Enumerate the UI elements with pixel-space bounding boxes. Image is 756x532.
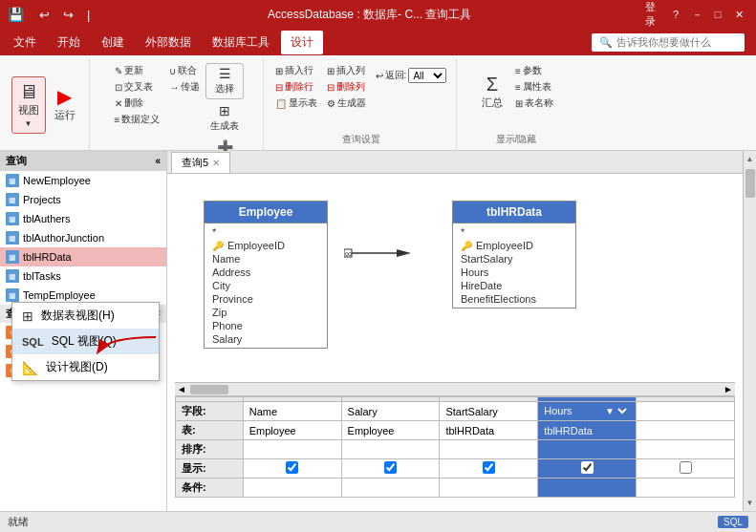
return-select[interactable]: All [408, 68, 446, 83]
grid-sort-2[interactable] [341, 440, 440, 459]
employee-field-Address[interactable]: Address [205, 266, 327, 279]
search-box[interactable]: 🔍 [592, 33, 745, 52]
union-button[interactable]: ∪联合 [165, 63, 204, 78]
grid-table-3[interactable]: tblHRData [440, 421, 538, 440]
menu-file[interactable]: 文件 [4, 31, 46, 54]
h-scrollbar[interactable]: ◄ ► [175, 382, 735, 395]
grid-sort-1[interactable] [243, 440, 341, 459]
search-input[interactable] [616, 36, 741, 48]
datadef-button[interactable]: ≡数据定义 [111, 112, 164, 127]
menu-create[interactable]: 创建 [92, 31, 134, 54]
generator-button[interactable]: ⚙生成器 [323, 96, 370, 111]
grid-show-1[interactable] [243, 459, 341, 479]
sql-view-item[interactable]: SQL SQL 视图(Q) [12, 329, 159, 354]
grid-condition-2[interactable] [341, 479, 440, 498]
datasheet-view-item[interactable]: ⊞ 数据表视图(H) [12, 303, 159, 329]
select-button[interactable]: ☰ 选择 [205, 63, 244, 99]
grid-field-2[interactable]: Salary [341, 402, 440, 421]
grid-condition-4[interactable] [538, 479, 637, 498]
delete-button[interactable]: ✕删除 [111, 96, 164, 111]
sidebar-collapse-button[interactable]: « [155, 156, 161, 166]
grid-table-4[interactable]: tblHRData [538, 421, 637, 440]
menu-external[interactable]: 外部数据 [136, 31, 201, 54]
grid-table-2[interactable]: Employee [341, 421, 440, 440]
tblHRData-field-HireDate[interactable]: HireDate [453, 279, 575, 292]
minimize-button[interactable]: － [687, 5, 706, 24]
employee-field-Salary[interactable]: Salary [205, 332, 327, 346]
show-checkbox-2[interactable] [384, 461, 397, 474]
grid-show-3[interactable] [440, 459, 538, 479]
showtable-button[interactable]: 📋显示表 [271, 96, 321, 111]
scroll-left-btn[interactable]: ◄ [177, 384, 186, 394]
maximize-button[interactable]: □ [708, 5, 727, 24]
show-checkbox-5[interactable] [680, 461, 692, 474]
tab-query5[interactable]: 查询5 ✕ [171, 152, 230, 173]
menu-dbtools[interactable]: 数据库工具 [203, 31, 279, 54]
grid-sort-4[interactable] [538, 440, 637, 459]
grid-show-2[interactable] [341, 459, 440, 479]
employee-field-City[interactable]: City [205, 279, 327, 292]
tblHRData-table[interactable]: tblHRData * 🔑EmployeeID StartSalary Hour… [452, 201, 576, 309]
grid-field-1[interactable]: Name [243, 402, 341, 421]
login-button[interactable]: 登录 [645, 5, 664, 24]
passthrough-button[interactable]: →传递 [165, 79, 204, 95]
employee-field-EmployeeID[interactable]: 🔑EmployeeID [205, 239, 327, 252]
grid-table-1[interactable]: Employee [243, 421, 341, 440]
help-button[interactable]: ? [666, 5, 685, 24]
design-view-item[interactable]: 📐 设计视图(D) [12, 354, 159, 380]
show-checkbox-1[interactable] [286, 461, 298, 474]
menu-design[interactable]: 设计 [281, 31, 323, 54]
view-button[interactable]: 🖥 视图 ▼ [11, 76, 46, 134]
property-button[interactable]: ≡属性表 [511, 79, 557, 95]
h-scroll-thumb[interactable] [190, 385, 228, 394]
tblHRData-field-StartSalary[interactable]: StartSalary [453, 252, 575, 266]
sidebar-item-Projects[interactable]: ▦ Projects [0, 190, 166, 209]
tblHRData-field-Hours[interactable]: Hours [453, 266, 575, 279]
grid-show-5[interactable] [637, 459, 735, 479]
insertcol-button[interactable]: ⊞插入列 [323, 63, 370, 78]
crossjoin-button[interactable]: ⊡交叉表 [111, 79, 164, 95]
sidebar-item-tblHRData[interactable]: ▦ tblHRData [0, 247, 166, 266]
employee-field-Phone[interactable]: Phone [205, 319, 327, 332]
sidebar-item-tblTasks[interactable]: ▦ tblTasks [0, 266, 166, 286]
grid-field-3[interactable]: StartSalary [440, 402, 538, 421]
grid-sort-5[interactable] [637, 440, 735, 459]
grid-field-4[interactable]: Hours ▼ [538, 402, 637, 421]
sidebar-item-NewEmployee[interactable]: ▦ NewEmployee [0, 171, 166, 190]
hours-dropdown[interactable]: ▼ [601, 405, 630, 417]
tblHRData-field-star[interactable]: * [453, 225, 575, 239]
show-checkbox-3[interactable] [483, 461, 495, 474]
redo-button[interactable]: ↪ [59, 6, 77, 24]
v-scroll-thumb[interactable] [745, 169, 755, 198]
employee-field-Name[interactable]: Name [205, 252, 327, 266]
employee-table[interactable]: Employee * 🔑EmployeeID Name Address City… [204, 201, 328, 349]
tab-close-icon[interactable]: ✕ [212, 158, 220, 168]
undo-button[interactable]: ↩ [35, 6, 54, 24]
sidebar-item-tblAuthorJunction[interactable]: ▦ tblAuthorJunction [0, 228, 166, 247]
sidebar-item-tblAuthers[interactable]: ▦ tblAuthers [0, 209, 166, 228]
update-button[interactable]: ✎更新 [111, 63, 164, 78]
grid-condition-1[interactable] [243, 479, 341, 498]
v-scrollbar[interactable]: ▲ ▼ [743, 151, 756, 511]
grid-show-4[interactable] [538, 459, 637, 479]
maketable-button[interactable]: ⊞ 生成表 [205, 101, 244, 136]
tablenames-button[interactable]: ⊞表名称 [511, 96, 557, 111]
return-button[interactable]: ↩ 返回: All [372, 67, 451, 84]
employee-field-Province[interactable]: Province [205, 292, 327, 306]
employee-field-Zip[interactable]: Zip [205, 306, 327, 319]
params-button[interactable]: ≡参数 [511, 63, 557, 78]
run-button[interactable]: ▶ 运行 [48, 76, 82, 134]
menu-start[interactable]: 开始 [48, 31, 90, 54]
grid-field-5[interactable] [637, 402, 735, 421]
insertrow-button[interactable]: ⊞插入行 [271, 63, 321, 78]
grid-condition-5[interactable] [637, 479, 735, 498]
deletecol-button[interactable]: ⊟删除列 [323, 79, 370, 95]
tblHRData-field-EmployeeID[interactable]: 🔑EmployeeID [453, 239, 575, 252]
employee-field-star[interactable]: * [205, 225, 327, 239]
close-button[interactable]: ✕ [729, 5, 748, 24]
grid-condition-3[interactable] [440, 479, 538, 498]
scroll-right-btn[interactable]: ► [724, 384, 733, 394]
tblHRData-field-BenefitElections[interactable]: BenefitElections [453, 292, 575, 306]
grid-sort-3[interactable] [440, 440, 538, 459]
aggregate-button[interactable]: Σ 汇总 [475, 63, 509, 120]
